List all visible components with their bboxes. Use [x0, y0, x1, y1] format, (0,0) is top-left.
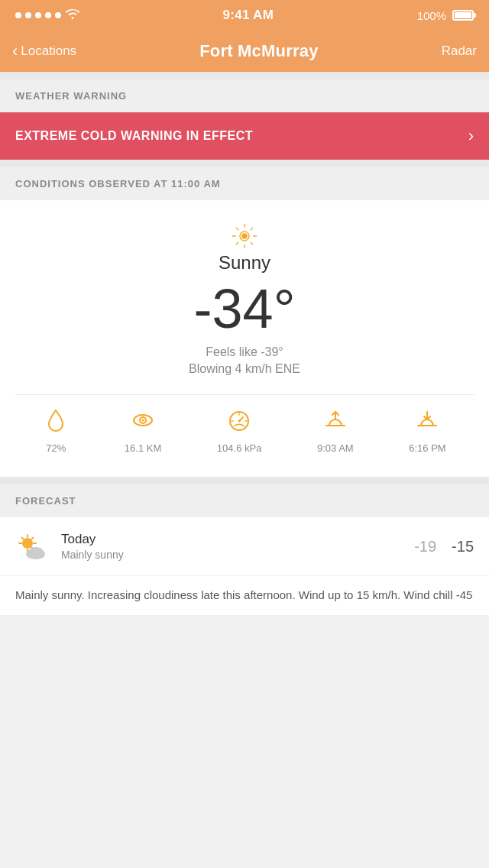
- forecast-today-low: -19: [414, 538, 436, 555]
- gauge-icon: [226, 407, 252, 436]
- forecast-today-high: -15: [452, 538, 474, 555]
- sunset-stat: 6:16 PM: [409, 407, 445, 454]
- svg-line-30: [31, 538, 33, 539]
- warning-banner[interactable]: EXTREME COLD WARNING IN EFFECT ›: [0, 112, 489, 160]
- forecast-today-info: Today Mainly sunny: [61, 532, 402, 561]
- sunrise-value: 9:03 AM: [317, 442, 354, 454]
- signal-dots: [15, 12, 61, 18]
- svg-point-12: [142, 419, 144, 422]
- status-time: 9:41 AM: [222, 8, 274, 23]
- feels-like: Feels like -39°: [206, 345, 283, 359]
- svg-point-34: [28, 552, 44, 559]
- visibility-stat: 16.1 KM: [125, 407, 161, 454]
- status-right: 100%: [417, 9, 474, 22]
- svg-point-9: [241, 233, 248, 239]
- svg-line-7: [236, 242, 238, 245]
- wifi-icon: [66, 8, 79, 22]
- humidity-value: 72%: [46, 442, 66, 454]
- nav-divider: [0, 72, 489, 79]
- conditions-section-header: CONDITIONS OBSERVED AT 11:00 AM: [0, 167, 489, 200]
- svg-point-15: [238, 420, 241, 423]
- sun-icon: [232, 223, 257, 252]
- svg-line-28: [22, 538, 24, 539]
- humidity-icon: [43, 407, 69, 436]
- forecast-today-day: Today: [61, 532, 402, 547]
- warning-chevron-icon: ›: [468, 126, 474, 146]
- warning-text: EXTREME COLD WARNING IN EFFECT: [15, 129, 253, 143]
- sunset-icon: [414, 407, 440, 436]
- sunrise-icon: [322, 407, 348, 436]
- forecast-detail-text: Mainly sunny. Increasing cloudiness late…: [0, 576, 489, 615]
- back-label: Locations: [21, 44, 76, 59]
- visibility-value: 16.1 KM: [125, 442, 161, 454]
- sunrise-stat: 9:03 AM: [317, 407, 354, 454]
- battery-percent: 100%: [417, 9, 446, 22]
- wind-info: Blowing 4 km/h ENE: [189, 362, 300, 376]
- humidity-stat: 72%: [43, 407, 69, 454]
- back-chevron-icon: ‹: [12, 41, 18, 61]
- nav-bar: ‹ Locations Fort McMurray Radar: [0, 31, 489, 72]
- battery-icon: [452, 10, 474, 21]
- status-bar: 9:41 AM 100%: [0, 0, 489, 31]
- weather-main: Sunny -34° Feels like -39° Blowing 4 km/…: [0, 200, 489, 477]
- eye-icon: [130, 407, 156, 436]
- forecast-today: Today Mainly sunny -19 -15: [0, 517, 489, 576]
- svg-line-5: [251, 242, 253, 245]
- sunset-value: 6:16 PM: [409, 442, 445, 454]
- svg-line-6: [251, 228, 253, 230]
- svg-line-4: [236, 228, 238, 230]
- radar-button[interactable]: Radar: [442, 44, 477, 59]
- status-left: [15, 8, 79, 22]
- weather-condition: Sunny: [219, 252, 270, 274]
- pressure-stat: 104.6 kPa: [217, 407, 262, 454]
- page-title: Fort McMurray: [199, 41, 318, 61]
- back-button[interactable]: ‹ Locations: [12, 42, 76, 61]
- forecast-divider: [0, 477, 489, 484]
- conditions-divider: [0, 160, 489, 167]
- temperature: -34°: [194, 281, 296, 336]
- stats-row: 72% 16.1 KM: [15, 394, 474, 462]
- forecast-today-temps: -19 -15: [414, 538, 474, 555]
- forecast-today-desc: Mainly sunny: [61, 549, 402, 561]
- forecast-today-icon: [15, 530, 49, 563]
- forecast-section-header: FORECAST: [0, 484, 489, 517]
- pressure-value: 104.6 kPa: [217, 442, 262, 454]
- warning-section-header: WEATHER WARNING: [0, 79, 489, 112]
